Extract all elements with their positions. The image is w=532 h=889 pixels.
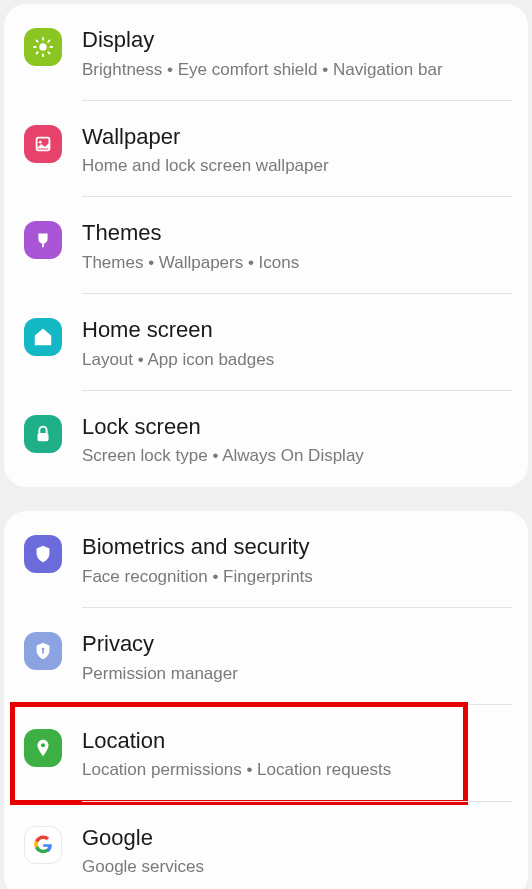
settings-group-1: Display Brightness • Eye comfort shield … xyxy=(4,4,528,487)
settings-item-subtitle: Layout • App icon badges xyxy=(82,349,508,371)
shield-icon xyxy=(24,535,62,573)
lock-icon xyxy=(24,415,62,453)
svg-rect-12 xyxy=(38,433,49,441)
settings-item-homescreen[interactable]: Home screen Layout • App icon badges xyxy=(4,294,528,391)
settings-item-privacy[interactable]: Privacy Permission manager xyxy=(4,608,528,705)
settings-group-2: Biometrics and security Face recognition… xyxy=(4,511,528,889)
settings-item-biometrics[interactable]: Biometrics and security Face recognition… xyxy=(4,511,528,608)
settings-item-title: Lock screen xyxy=(82,413,508,442)
svg-line-3 xyxy=(36,40,37,41)
svg-point-0 xyxy=(39,43,46,50)
settings-item-subtitle: Permission manager xyxy=(82,663,508,685)
svg-point-10 xyxy=(39,140,42,143)
svg-point-15 xyxy=(41,743,45,747)
svg-rect-11 xyxy=(42,242,44,248)
home-icon xyxy=(24,318,62,356)
settings-item-title: Themes xyxy=(82,219,508,248)
settings-item-title: Display xyxy=(82,26,508,55)
svg-line-8 xyxy=(48,40,49,41)
google-icon xyxy=(24,826,62,864)
settings-item-location[interactable]: Location Location permissions • Location… xyxy=(4,705,528,802)
settings-item-subtitle: Screen lock type • Always On Display xyxy=(82,445,508,467)
settings-item-title: Biometrics and security xyxy=(82,533,508,562)
settings-item-lockscreen[interactable]: Lock screen Screen lock type • Always On… xyxy=(4,391,528,488)
settings-item-title: Privacy xyxy=(82,630,508,659)
settings-item-title: Wallpaper xyxy=(82,123,508,152)
image-icon xyxy=(24,125,62,163)
settings-item-subtitle: Location permissions • Location requests xyxy=(82,759,508,781)
settings-item-wallpaper[interactable]: Wallpaper Home and lock screen wallpaper xyxy=(4,101,528,198)
settings-item-subtitle: Themes • Wallpapers • Icons xyxy=(82,252,508,274)
location-pin-icon xyxy=(24,729,62,767)
brush-icon xyxy=(24,221,62,259)
settings-item-subtitle: Home and lock screen wallpaper xyxy=(82,155,508,177)
settings-item-display[interactable]: Display Brightness • Eye comfort shield … xyxy=(4,4,528,101)
settings-item-themes[interactable]: Themes Themes • Wallpapers • Icons xyxy=(4,197,528,294)
settings-item-title: Home screen xyxy=(82,316,508,345)
settings-item-subtitle: Google services xyxy=(82,856,508,878)
settings-item-google[interactable]: Google Google services xyxy=(4,802,528,890)
settings-item-subtitle: Face recognition • Fingerprints xyxy=(82,566,508,588)
settings-item-title: Location xyxy=(82,727,508,756)
svg-rect-14 xyxy=(42,650,44,654)
settings-item-subtitle: Brightness • Eye comfort shield • Naviga… xyxy=(82,59,508,81)
svg-line-4 xyxy=(48,52,49,53)
svg-line-7 xyxy=(36,52,37,53)
settings-item-title: Google xyxy=(82,824,508,853)
privacy-shield-icon xyxy=(24,632,62,670)
brightness-icon xyxy=(24,28,62,66)
